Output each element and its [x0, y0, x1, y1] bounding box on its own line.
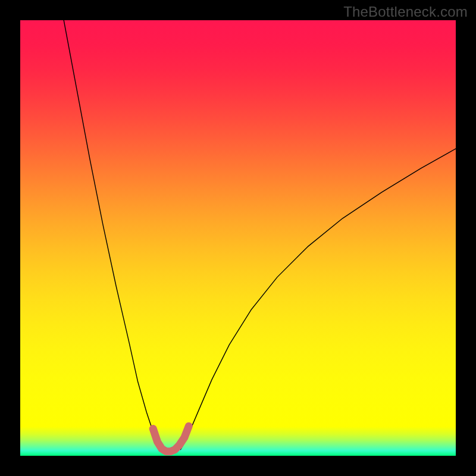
watermark-text: TheBottleneck.com	[343, 4, 468, 20]
chart-plot-area	[20, 20, 456, 456]
chart-svg	[20, 20, 456, 456]
chart-frame: TheBottleneck.com	[0, 0, 476, 476]
svg-rect-0	[20, 20, 456, 456]
